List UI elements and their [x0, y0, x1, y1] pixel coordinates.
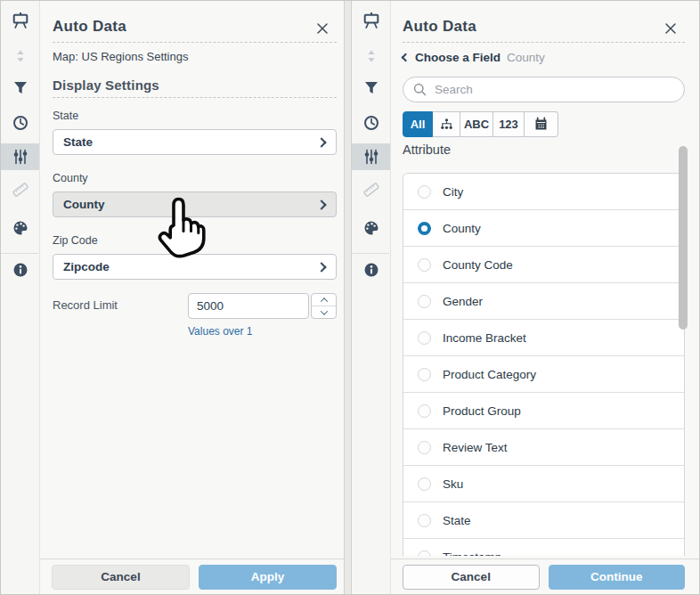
record-limit-stepper — [311, 293, 337, 319]
field-picker-panel: Auto Data Choose a Field County All ABC — [351, 1, 699, 594]
tab-abc[interactable]: ABC — [460, 111, 493, 137]
info-icon[interactable] — [12, 261, 29, 279]
zipcode-field-value: Zipcode — [63, 260, 318, 273]
apply-button[interactable]: Apply — [199, 565, 337, 590]
tab-date[interactable] — [525, 111, 558, 137]
presentation-icon[interactable] — [362, 12, 380, 29]
field-type-tabs: All ABC 123 — [403, 111, 558, 137]
divider — [403, 42, 685, 43]
divider — [53, 42, 337, 43]
tab-all[interactable]: All — [403, 111, 433, 137]
radio-icon[interactable] — [418, 550, 431, 557]
state-field-selector[interactable]: State — [53, 129, 337, 155]
filter-icon[interactable] — [12, 79, 29, 97]
cancel-button[interactable]: Cancel — [52, 565, 190, 590]
radio-icon[interactable] — [418, 368, 431, 381]
zipcode-field-label: Zip Code — [53, 234, 98, 247]
divider — [53, 97, 337, 98]
record-limit-label: Record Limit — [53, 298, 118, 312]
radio-icon[interactable] — [418, 404, 431, 418]
toolbar-rail — [352, 1, 391, 594]
rail-divider — [352, 253, 389, 254]
county-field-value: County — [63, 198, 318, 211]
chevron-right-icon — [316, 262, 326, 272]
chevron-right-icon — [316, 200, 326, 209]
search-icon — [412, 82, 427, 97]
chevron-right-icon — [316, 137, 326, 147]
option-state[interactable]: State — [403, 502, 684, 539]
record-limit-hint: Values over 1 — [188, 325, 253, 338]
county-field-selector[interactable]: County — [53, 192, 337, 217]
state-field-value: State — [63, 135, 318, 149]
zipcode-field-selector[interactable]: Zipcode — [53, 254, 337, 280]
display-settings-sliders-icon[interactable] — [362, 148, 380, 166]
panel-title: Auto Data — [53, 18, 126, 36]
continue-button[interactable]: Continue — [549, 565, 686, 590]
stepper-down-button[interactable] — [312, 306, 336, 318]
close-icon[interactable] — [315, 21, 330, 36]
cancel-button[interactable]: Cancel — [403, 565, 540, 590]
calendar-icon — [533, 117, 549, 132]
chevron-down-icon — [320, 307, 327, 314]
state-field-label: State — [53, 110, 78, 122]
palette-icon[interactable] — [12, 219, 29, 237]
scrollbar-thumb[interactable] — [679, 146, 688, 330]
history-clock-icon[interactable] — [12, 114, 29, 132]
option-county-code[interactable]: County Code — [403, 247, 684, 283]
sitemap-icon — [439, 117, 454, 132]
radio-icon[interactable] — [418, 477, 431, 491]
sort-arrows-icon — [12, 47, 29, 65]
option-product-group[interactable]: Product Group — [403, 393, 684, 429]
tab-hierarchy[interactable] — [433, 111, 460, 137]
display-settings-sliders-icon[interactable] — [12, 148, 29, 166]
field-picker-content: Auto Data Choose a Field County All ABC — [391, 1, 699, 594]
radio-icon[interactable] — [418, 258, 431, 272]
info-icon[interactable] — [362, 261, 380, 279]
settings-footer: Cancel Apply — [40, 558, 344, 594]
settings-content: Auto Data Map: US Regions Settings Displ… — [40, 1, 344, 594]
filter-icon[interactable] — [362, 79, 380, 97]
breadcrumb-current-label: County — [507, 51, 545, 64]
map-settings-subtitle: Map: US Regions Settings — [53, 50, 188, 63]
chevron-up-icon — [320, 298, 327, 305]
breadcrumb[interactable]: Choose a Field County — [403, 51, 545, 64]
radio-icon[interactable] — [418, 514, 431, 527]
close-icon[interactable] — [663, 21, 678, 36]
radio-selected-icon[interactable] — [418, 222, 431, 235]
option-income-bracket[interactable]: Income Bracket — [403, 320, 684, 356]
panel-title: Auto Data — [403, 18, 476, 36]
radio-icon[interactable] — [418, 185, 431, 199]
radio-icon[interactable] — [418, 441, 431, 454]
chevron-left-icon — [402, 53, 411, 62]
option-city[interactable]: City — [403, 174, 684, 210]
option-sku[interactable]: Sku — [403, 466, 684, 502]
option-gender[interactable]: Gender — [403, 283, 684, 320]
ruler-icon — [362, 181, 380, 199]
record-limit-input[interactable] — [188, 293, 309, 319]
toolbar-rail — [1, 1, 40, 594]
option-timestamp[interactable]: Timestamp — [403, 539, 684, 556]
option-review-text[interactable]: Review Text — [403, 429, 684, 466]
stepper-up-button[interactable] — [312, 294, 336, 306]
radio-icon[interactable] — [418, 331, 431, 345]
option-county[interactable]: County — [403, 210, 684, 247]
radio-icon[interactable] — [418, 295, 431, 308]
display-settings-heading: Display Settings — [53, 77, 159, 93]
option-product-category[interactable]: Product Category — [403, 356, 684, 393]
rail-divider — [1, 253, 38, 254]
screenshot-root: Auto Data Map: US Regions Settings Displ… — [0, 0, 700, 595]
ruler-icon — [12, 181, 29, 199]
search-input[interactable] — [435, 83, 675, 96]
attribute-heading: Attribute — [403, 143, 451, 157]
palette-icon[interactable] — [362, 219, 380, 237]
tab-123[interactable]: 123 — [493, 111, 525, 137]
field-picker-footer: Cancel Continue — [391, 558, 699, 594]
sort-arrows-icon — [362, 47, 380, 65]
breadcrumb-back-label: Choose a Field — [415, 51, 501, 64]
history-clock-icon[interactable] — [362, 114, 380, 132]
attribute-option-list: City County County Code Gender Income Br… — [403, 173, 685, 556]
settings-panel: Auto Data Map: US Regions Settings Displ… — [1, 1, 345, 594]
presentation-icon[interactable] — [12, 12, 29, 29]
county-field-label: County — [53, 172, 88, 184]
search-bar — [403, 77, 685, 102]
